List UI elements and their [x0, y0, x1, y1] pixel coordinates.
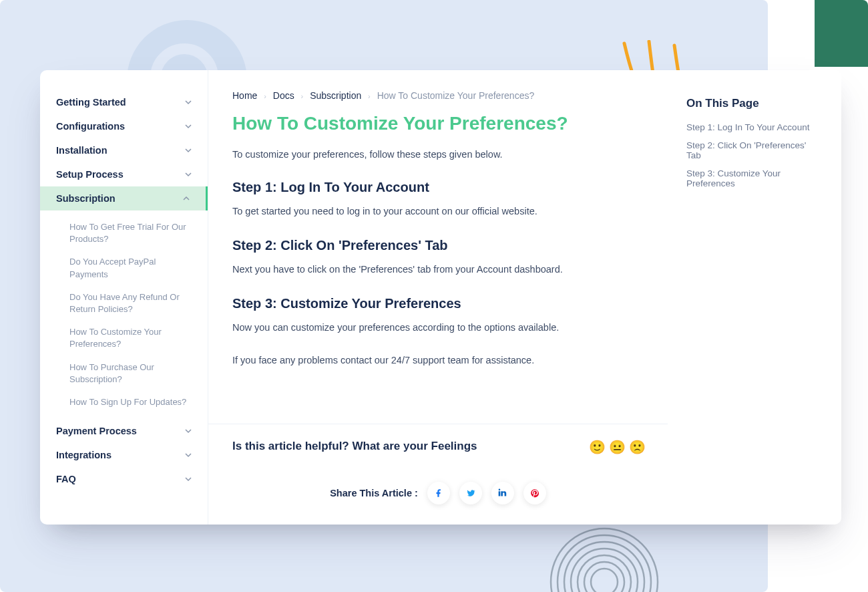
sidebar-item-label: FAQ — [56, 474, 76, 484]
breadcrumb: Home › Docs › Subscription › How To Cust… — [232, 90, 644, 101]
step-heading: Step 3: Customize Your Preferences — [232, 296, 644, 311]
sidebar-item-getting-started[interactable]: Getting Started — [40, 90, 208, 114]
chevron-down-icon — [185, 476, 192, 482]
article-content: Home › Docs › Subscription › How To Cust… — [208, 70, 668, 424]
feedback-bar: Is this article helpful? What are your F… — [208, 424, 668, 468]
chevron-down-icon — [185, 452, 192, 458]
sidebar-item-label: Setup Process — [56, 169, 124, 180]
breadcrumb-item[interactable]: Home — [232, 90, 257, 101]
sidebar-item-payment-process[interactable]: Payment Process — [40, 419, 208, 443]
breadcrumb-item[interactable]: Subscription — [310, 90, 361, 101]
toc-title: On This Page — [686, 97, 823, 110]
sidebar-subitem[interactable]: How To Sign Up For Updates? — [40, 391, 208, 414]
sidebar-item-label: Subscription — [56, 193, 116, 204]
neutral-face-icon[interactable]: 😐 — [609, 439, 624, 454]
toc-item[interactable]: Step 3: Customize Your Preferences — [686, 168, 823, 188]
sidebar-item-setup-process[interactable]: Setup Process — [40, 162, 208, 186]
step-body: Next you have to click on the 'Preferenc… — [232, 263, 644, 277]
sidebar-item-label: Integrations — [56, 450, 112, 460]
pinterest-icon[interactable] — [523, 482, 546, 504]
chevron-down-icon — [185, 123, 192, 130]
chevron-right-icon: › — [368, 92, 371, 100]
chevron-right-icon: › — [264, 92, 266, 100]
linkedin-icon[interactable] — [491, 482, 514, 504]
feedback-question: Is this article helpful? What are your F… — [232, 440, 477, 453]
chevron-down-icon — [185, 171, 192, 178]
feedback-faces: 🙂 😐 🙁 — [589, 439, 644, 454]
sidebar-item-configurations[interactable]: Configurations — [40, 114, 208, 138]
sidebar-item-label: Payment Process — [56, 426, 137, 436]
step-heading: Step 1: Log In To Your Account — [232, 180, 644, 195]
share-label: Share This Article : — [330, 488, 418, 498]
sidebar-subitem[interactable]: How To Purchase Our Subscription? — [40, 356, 208, 391]
table-of-contents: On This Page Step 1: Log In To Your Acco… — [668, 70, 841, 525]
toc-item[interactable]: Step 1: Log In To Your Account — [686, 122, 823, 132]
happy-face-icon[interactable]: 🙂 — [589, 439, 604, 454]
sad-face-icon[interactable]: 🙁 — [629, 439, 644, 454]
svg-point-0 — [591, 569, 618, 592]
twitter-icon[interactable] — [459, 482, 482, 504]
docs-card: Getting Started Configurations Installat… — [40, 70, 841, 525]
chevron-down-icon — [185, 147, 192, 154]
main-column: Home › Docs › Subscription › How To Cust… — [208, 70, 668, 525]
fingerprint-decor — [548, 525, 661, 592]
sidebar-subitem[interactable]: Do You Accept PayPal Payments — [40, 251, 208, 285]
sidebar-subitem[interactable]: How To Get Free Trial For Our Products? — [40, 216, 208, 251]
share-bar: Share This Article : — [208, 468, 668, 525]
sidebar-subitem[interactable]: Do You Have Any Refund Or Return Policie… — [40, 286, 208, 321]
toc-item[interactable]: Step 2: Click On 'Preferences' Tab — [686, 140, 823, 160]
sidebar-item-installation[interactable]: Installation — [40, 138, 208, 162]
svg-point-1 — [584, 562, 624, 592]
chevron-up-icon — [183, 195, 190, 202]
breadcrumb-item[interactable]: Docs — [273, 90, 294, 101]
intro-text: To customize your preferences, follow th… — [232, 149, 644, 160]
svg-point-6 — [551, 529, 658, 592]
chevron-down-icon — [185, 99, 192, 106]
sidebar-item-faq[interactable]: FAQ — [40, 467, 208, 491]
page-title: How To Customize Your Preferences? — [232, 113, 644, 134]
breadcrumb-current: How To Customize Your Preferences? — [377, 90, 535, 101]
sidebar-sublist: How To Get Free Trial For Our Products? … — [40, 210, 208, 419]
sidebar-item-label: Configurations — [56, 121, 125, 132]
step-body: To get started you need to log in to you… — [232, 204, 644, 219]
sidebar-item-subscription[interactable]: Subscription — [40, 186, 208, 210]
facebook-icon[interactable] — [427, 482, 450, 504]
sidebar: Getting Started Configurations Installat… — [40, 70, 208, 525]
sidebar-item-integrations[interactable]: Integrations — [40, 443, 208, 467]
bg-accent-shape — [815, 0, 868, 67]
sidebar-item-label: Getting Started — [56, 97, 126, 108]
chevron-right-icon: › — [301, 92, 304, 100]
step-heading: Step 2: Click On 'Preferences' Tab — [232, 238, 644, 253]
step-body: Now you can customize your preferences a… — [232, 321, 644, 335]
footer-note: If you face any problems contact our 24/… — [232, 353, 644, 368]
chevron-down-icon — [185, 428, 192, 434]
sidebar-subitem[interactable]: How To Customize Your Preferences? — [40, 321, 208, 355]
sidebar-item-label: Installation — [56, 145, 107, 156]
